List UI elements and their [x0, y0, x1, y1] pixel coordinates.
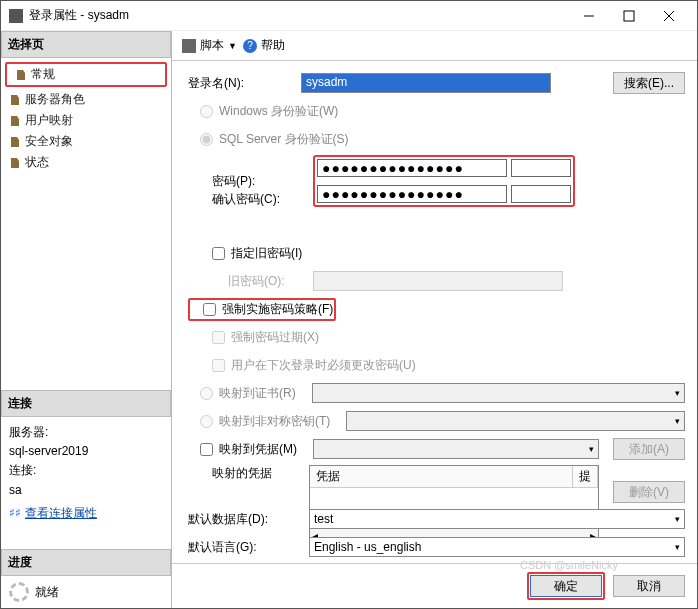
windows-auth-radio: Windows 身份验证(W): [188, 103, 338, 120]
right-panel: 脚本▼ ?帮助 登录名(N): sysadm 搜索(E)... Windows …: [171, 31, 697, 608]
search-button[interactable]: 搜索(E)...: [613, 72, 685, 94]
cancel-button[interactable]: 取消: [613, 575, 685, 597]
confirm-password-extra-input[interactable]: [511, 185, 571, 203]
toolbar: 脚本▼ ?帮助: [172, 31, 697, 61]
cred-col-2: 提: [573, 466, 598, 487]
connection-icon: ♯♯: [9, 504, 21, 523]
server-label: 服务器:: [9, 423, 163, 442]
confirm-password-input[interactable]: ●●●●●●●●●●●●●●●: [317, 185, 507, 203]
cred-list[interactable]: 凭据提 ◂▸: [309, 465, 599, 545]
ok-button[interactable]: 确定: [530, 575, 602, 597]
password-label: 密码(P):: [212, 173, 305, 190]
help-button[interactable]: ?帮助: [243, 37, 285, 54]
cert-combo: ▾: [312, 383, 685, 403]
specify-old-password-check[interactable]: 指定旧密码(I): [188, 245, 302, 262]
progress-header: 进度: [1, 549, 171, 576]
map-cert-radio: 映射到证书(R): [188, 385, 296, 402]
progress-block: 就绪: [1, 576, 171, 608]
script-icon: [182, 39, 196, 53]
enforce-policy-check[interactable]: 强制实施密码策略(F): [191, 301, 333, 318]
password-input[interactable]: ●●●●●●●●●●●●●●●: [317, 159, 507, 177]
minimize-button[interactable]: [569, 1, 609, 30]
mapped-cred-label: 映射的凭据: [188, 465, 293, 482]
left-panel: 选择页 常规 服务器角色 用户映射 安全对象 状态 连接 服务器: sql-se…: [1, 31, 171, 608]
add-button: 添加(A): [613, 438, 685, 460]
script-button[interactable]: 脚本▼: [182, 37, 237, 54]
conn-label: 连接:: [9, 461, 163, 480]
nav-item-status[interactable]: 状态: [1, 152, 171, 173]
watermark: CSDN @smileNicky: [520, 559, 618, 571]
select-page-header: 选择页: [1, 31, 171, 58]
connection-header: 连接: [1, 390, 171, 417]
svg-rect-1: [624, 11, 634, 21]
sql-auth-radio: SQL Server 身份验证(S): [188, 131, 349, 148]
window-title: 登录属性 - sysadm: [29, 7, 569, 24]
default-lang-combo[interactable]: English - us_english▾: [309, 537, 685, 557]
form-area: 登录名(N): sysadm 搜索(E)... Windows 身份验证(W) …: [172, 61, 697, 563]
old-password-label: 旧密码(O):: [228, 273, 305, 290]
title-bar: 登录属性 - sysadm: [1, 1, 697, 31]
nav-item-general[interactable]: 常规: [5, 62, 167, 87]
old-password-input: [313, 271, 563, 291]
enforce-expiration-check: 强制密码过期(X): [188, 329, 319, 346]
cred-col-1: 凭据: [310, 466, 573, 487]
server-value: sql-server2019: [9, 442, 163, 461]
connection-block: 服务器: sql-server2019 连接: sa ♯♯ 查看连接属性: [1, 417, 171, 529]
maximize-button[interactable]: [609, 1, 649, 30]
password-highlight: ●●●●●●●●●●●●●●● ●●●●●●●●●●●●●●●: [313, 155, 575, 207]
ok-highlight: 确定: [527, 572, 605, 600]
enforce-policy-highlight: 强制实施密码策略(F): [188, 298, 336, 321]
default-db-combo[interactable]: test▾: [309, 509, 685, 529]
nav-item-server-roles[interactable]: 服务器角色: [1, 89, 171, 110]
nav-item-user-mapping[interactable]: 用户映射: [1, 110, 171, 131]
default-lang-label: 默认语言(G):: [188, 539, 293, 556]
footer: 确定 取消: [172, 563, 697, 608]
help-icon: ?: [243, 39, 257, 53]
default-db-label: 默认数据库(D):: [188, 511, 293, 528]
map-asym-radio: 映射到非对称密钥(T): [188, 413, 330, 430]
map-cred-check[interactable]: 映射到凭据(M): [188, 441, 297, 458]
delete-button: 删除(V): [613, 481, 685, 503]
login-name-input[interactable]: sysadm: [301, 73, 551, 93]
must-change-check: 用户在下次登录时必须更改密码(U): [188, 357, 416, 374]
progress-status: 就绪: [35, 584, 59, 601]
password-extra-input[interactable]: [511, 159, 571, 177]
asym-combo: ▾: [346, 411, 685, 431]
view-connection-properties-link[interactable]: 查看连接属性: [25, 504, 97, 523]
close-button[interactable]: [649, 1, 689, 30]
login-name-label: 登录名(N):: [188, 75, 293, 92]
app-icon: [9, 9, 23, 23]
cred-combo[interactable]: ▾: [313, 439, 599, 459]
progress-spinner-icon: [9, 582, 29, 602]
nav-list: 常规 服务器角色 用户映射 安全对象 状态: [1, 58, 171, 181]
conn-value: sa: [9, 481, 163, 500]
nav-item-securables[interactable]: 安全对象: [1, 131, 171, 152]
